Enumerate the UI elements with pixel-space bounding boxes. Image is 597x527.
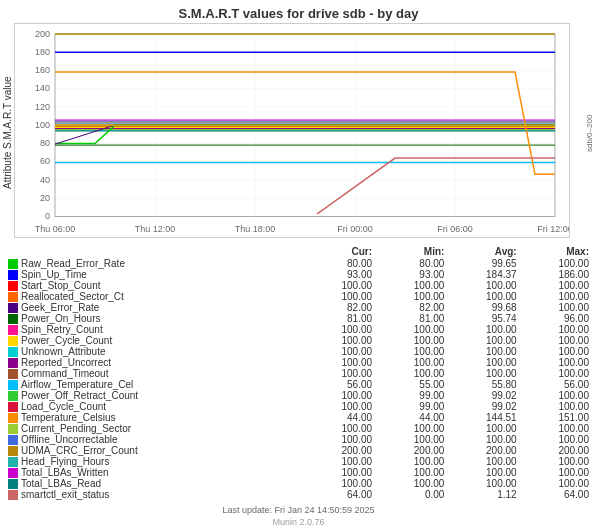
svg-text:Thu 06:00: Thu 06:00	[35, 224, 76, 234]
legend-row: Spin_Retry_Count100.00100.00100.00100.00	[4, 324, 593, 335]
legend-color	[8, 435, 18, 445]
legend-min: 100.00	[376, 478, 448, 489]
legend-row: Total_LBAs_Read100.00100.00100.00100.00	[4, 478, 593, 489]
legend-color	[8, 457, 18, 467]
legend-min: 82.00	[376, 302, 448, 313]
legend-item-name: Power_Off_Retract_Count	[4, 390, 304, 401]
col-name-header	[4, 245, 304, 258]
legend-row: Airflow_Temperature_Cel56.0055.0055.8056…	[4, 379, 593, 390]
legend-min: 100.00	[376, 280, 448, 291]
legend-item-name: Command_Timeout	[4, 368, 304, 379]
legend-min: 100.00	[376, 335, 448, 346]
legend-max: 100.00	[521, 390, 593, 401]
legend-item-name: Raw_Read_Error_Rate	[4, 258, 304, 269]
legend-cur: 100.00	[304, 478, 376, 489]
legend-max: 100.00	[521, 467, 593, 478]
legend-max: 186.00	[521, 269, 593, 280]
legend-item-name: Unknown_Attribute	[4, 346, 304, 357]
svg-text:100: 100	[35, 120, 50, 130]
legend-max: 64.00	[521, 489, 593, 500]
legend-section: Cur: Min: Avg: Max: Raw_Read_Error_Rate8…	[0, 243, 597, 503]
legend-avg: 100.00	[448, 478, 520, 489]
legend-min: 100.00	[376, 423, 448, 434]
legend-cur: 100.00	[304, 434, 376, 445]
legend-item-name: Head_Flying_Hours	[4, 456, 304, 467]
legend-label: Command_Timeout	[21, 368, 108, 379]
legend-avg: 100.00	[448, 456, 520, 467]
legend-label: Reported_Uncorrect	[21, 357, 111, 368]
legend-cur: 100.00	[304, 346, 376, 357]
legend-min: 100.00	[376, 357, 448, 368]
legend-label: Power_Off_Retract_Count	[21, 390, 138, 401]
legend-cur: 100.00	[304, 357, 376, 368]
legend-label: Current_Pending_Sector	[21, 423, 131, 434]
legend-cur: 64.00	[304, 489, 376, 500]
legend-label: Total_LBAs_Read	[21, 478, 101, 489]
legend-color	[8, 292, 18, 302]
chart-inner: 200 180 160 140 120 100 80 60 40 20	[14, 23, 581, 243]
legend-min: 80.00	[376, 258, 448, 269]
legend-row: Raw_Read_Error_Rate80.0080.0099.65100.00	[4, 258, 593, 269]
legend-min: 100.00	[376, 324, 448, 335]
col-min-header: Min:	[376, 245, 448, 258]
legend-label: Head_Flying_Hours	[21, 456, 109, 467]
legend-item-name: Airflow_Temperature_Cel	[4, 379, 304, 390]
legend-avg: 100.00	[448, 434, 520, 445]
legend-color	[8, 468, 18, 478]
legend-max: 100.00	[521, 346, 593, 357]
legend-label: Raw_Read_Error_Rate	[21, 258, 125, 269]
legend-cur: 100.00	[304, 368, 376, 379]
legend-avg: 100.00	[448, 335, 520, 346]
legend-avg: 100.00	[448, 357, 520, 368]
legend-row: Head_Flying_Hours100.00100.00100.00100.0…	[4, 456, 593, 467]
svg-text:Thu 12:00: Thu 12:00	[135, 224, 176, 234]
legend-avg: 100.00	[448, 280, 520, 291]
legend-color	[8, 358, 18, 368]
legend-label: UDMA_CRC_Error_Count	[21, 445, 138, 456]
legend-avg: 99.65	[448, 258, 520, 269]
chart-area: Attribute S.M.A.R.T value 200 180 160	[0, 23, 597, 243]
legend-item-name: UDMA_CRC_Error_Count	[4, 445, 304, 456]
legend-row: Spin_Up_Time93.0093.00184.37186.00	[4, 269, 593, 280]
legend-label: Spin_Retry_Count	[21, 324, 103, 335]
svg-text:180: 180	[35, 47, 50, 57]
legend-row: Command_Timeout100.00100.00100.00100.00	[4, 368, 593, 379]
legend-cur: 100.00	[304, 401, 376, 412]
legend-item-name: Geek_Error_Rate	[4, 302, 304, 313]
legend-color	[8, 446, 18, 456]
legend-min: 100.00	[376, 368, 448, 379]
legend-item-name: Power_On_Hours	[4, 313, 304, 324]
legend-label: Unknown_Attribute	[21, 346, 106, 357]
legend-row: Unknown_Attribute100.00100.00100.00100.0…	[4, 346, 593, 357]
legend-row: Start_Stop_Count100.00100.00100.00100.00	[4, 280, 593, 291]
legend-max: 100.00	[521, 423, 593, 434]
legend-cur: 200.00	[304, 445, 376, 456]
legend-max: 100.00	[521, 258, 593, 269]
svg-text:200: 200	[35, 29, 50, 39]
legend-row: Temperature_Celsius44.0044.00144.51151.0…	[4, 412, 593, 423]
legend-color	[8, 479, 18, 489]
legend-color	[8, 259, 18, 269]
legend-avg: 100.00	[448, 467, 520, 478]
svg-text:20: 20	[40, 193, 50, 203]
legend-row: Current_Pending_Sector100.00100.00100.00…	[4, 423, 593, 434]
legend-color	[8, 490, 18, 500]
munin-version: Munin 2.0.76	[0, 517, 597, 527]
legend-table: Cur: Min: Avg: Max: Raw_Read_Error_Rate8…	[4, 245, 593, 500]
legend-row: Load_Cycle_Count100.0099.0099.02100.00	[4, 401, 593, 412]
legend-max: 100.00	[521, 368, 593, 379]
legend-cur: 100.00	[304, 280, 376, 291]
legend-min: 100.00	[376, 434, 448, 445]
svg-text:Fri 12:00: Fri 12:00	[537, 224, 570, 234]
legend-min: 44.00	[376, 412, 448, 423]
svg-text:Thu 18:00: Thu 18:00	[235, 224, 276, 234]
legend-label: Offline_Uncorrectable	[21, 434, 118, 445]
legend-item-name: Power_Cycle_Count	[4, 335, 304, 346]
legend-item-name: Offline_Uncorrectable	[4, 434, 304, 445]
legend-cur: 81.00	[304, 313, 376, 324]
legend-avg: 200.00	[448, 445, 520, 456]
svg-text:160: 160	[35, 65, 50, 75]
col-max-header: Max:	[521, 245, 593, 258]
legend-row: Total_LBAs_Written100.00100.00100.00100.…	[4, 467, 593, 478]
legend-header-row: Cur: Min: Avg: Max:	[4, 245, 593, 258]
